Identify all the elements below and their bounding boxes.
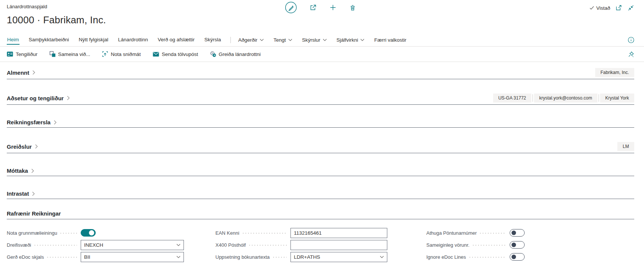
- field-uppsetning-bokunartexta: Uppsetning bókunartexta LDR+ATHS: [215, 251, 387, 263]
- action-tengilidur[interactable]: Tengiliður: [7, 51, 38, 57]
- menu-tengt[interactable]: Tengt: [274, 37, 292, 43]
- field-sameiginleg-vorunr: Sameiginleg vörunr.: [426, 239, 525, 251]
- chevron-right-icon: [53, 120, 57, 125]
- section-reikningsfaersla-title: Reikningsfærsla: [7, 119, 57, 125]
- section-intrastat[interactable]: Intrastat: [7, 190, 634, 199]
- save-status-label: Vistað: [596, 5, 610, 11]
- field-ignore-edoc-lines: Ignore eDoc Lines: [426, 251, 525, 263]
- action-nota-snidmat[interactable]: Nota sniðmát: [102, 51, 141, 57]
- field-ean-kenni: EAN Kenni: [215, 227, 387, 239]
- section-mottaka[interactable]: Móttaka: [7, 167, 634, 176]
- menu-fewer-options[interactable]: Færri valkostir: [374, 37, 406, 43]
- delete-button[interactable]: [349, 4, 356, 11]
- pay-vendor-icon: [210, 51, 216, 57]
- menu-sjalfvirkni[interactable]: Sjálfvirkni: [337, 37, 365, 43]
- pencil-icon: [285, 2, 297, 14]
- field-label: Dreifisvæði: [7, 242, 31, 248]
- info-icon: [628, 37, 634, 43]
- einvoice-column-2: EAN Kenni X400 Pósthólf Uppsetning bókun…: [215, 227, 387, 263]
- share-button[interactable]: [309, 4, 317, 11]
- menu-tab-samthykktarbeidni[interactable]: Samþykktarbeiðni: [29, 34, 69, 46]
- plus-icon: [329, 4, 337, 11]
- collapse-button[interactable]: [627, 5, 634, 11]
- menu-skyrslur[interactable]: Skýrslur: [302, 37, 327, 43]
- menu-tab-lanardrottinn[interactable]: Lánardrottinn: [118, 34, 149, 46]
- uppsetning-bokunartexta-select[interactable]: LDR+ATHS: [290, 252, 387, 262]
- chevron-down-icon: [380, 256, 384, 258]
- section-adsetur-label: Aðsetur og tengiliður: [7, 95, 64, 101]
- action-senda-tolvupost-label: Senda tölvupóst: [162, 51, 198, 57]
- card-content: Almennt Fabrikam, Inc. Aðsetur og tengil…: [0, 68, 644, 263]
- save-status: Vistað: [589, 5, 610, 11]
- menu-tab-heim[interactable]: Heim: [7, 34, 20, 46]
- menu-bar: Heim Samþykktarbeiðni Nýtt fylgiskjal Lá…: [0, 34, 644, 47]
- gerd-edoc-skjals-select[interactable]: BII: [81, 252, 184, 262]
- page-title: 10000 · Fabrikam, Inc.: [7, 14, 634, 26]
- info-button[interactable]: [628, 37, 634, 43]
- section-greidslur-summary: LM: [617, 142, 634, 151]
- toggle-athuga-pontunarnumer[interactable]: [510, 229, 525, 237]
- section-adsetur-og-tengilidur[interactable]: Aðsetur og tengiliður US-GA 31772 krysta…: [7, 94, 634, 105]
- new-button[interactable]: [329, 4, 337, 11]
- dreifisvaedi-select[interactable]: INEXCH: [81, 240, 184, 250]
- merge-icon: [50, 51, 56, 57]
- record-actions: [285, 2, 356, 14]
- apply-template-icon: [102, 51, 108, 57]
- chevron-down-icon: [176, 244, 181, 246]
- chevron-right-icon: [31, 168, 35, 173]
- email-icon: [153, 52, 159, 57]
- menu-sjalfvirkni-label: Sjálfvirkni: [337, 37, 358, 43]
- menu-tengt-label: Tengt: [274, 37, 286, 43]
- chevron-down-icon: [323, 39, 327, 41]
- action-greida-lanardrottni[interactable]: Greiða lánardrottni: [210, 51, 261, 57]
- top-bar: Lánardrottnaspjald: [0, 0, 644, 14]
- action-senda-tolvupost[interactable]: Senda tölvupóst: [153, 51, 198, 57]
- section-adsetur-title: Aðsetur og tengiliður: [7, 95, 70, 101]
- pin-button[interactable]: [628, 51, 634, 57]
- field-label: Ignore eDoc Lines: [426, 254, 466, 260]
- menu-tab-verd-og-afslaettir[interactable]: Verð og afslættir: [157, 34, 195, 46]
- toggle-ignore-edoc-lines[interactable]: [510, 253, 525, 261]
- menu-adgerdir-label: Aðgerðir: [238, 37, 257, 43]
- section-reikningsfaersla[interactable]: Reikningsfærsla: [7, 119, 634, 128]
- dotted-leader: [473, 245, 506, 246]
- section-rafraenir-reikningar[interactable]: Rafrænir Reikningar: [7, 210, 634, 219]
- section-adsetur-summary: US-GA 31772 krystal.york@contoso.com Kry…: [493, 94, 634, 103]
- section-greidslur-label: Greiðslur: [7, 143, 32, 150]
- breadcrumb: Lánardrottnaspjald: [7, 4, 47, 9]
- section-intrastat-title: Intrastat: [7, 190, 35, 197]
- chevron-right-icon: [32, 70, 36, 75]
- summary-chip: US-GA 31772: [493, 94, 531, 103]
- action-sameina-vid[interactable]: Sameina við...: [50, 51, 90, 57]
- menu-tab-skyrsla[interactable]: Skýrsla: [204, 34, 221, 46]
- share-icon: [309, 4, 317, 11]
- toggle-knob: [512, 243, 516, 247]
- dotted-leader: [47, 257, 77, 258]
- menu-adgerdir[interactable]: Aðgerðir: [238, 37, 264, 43]
- chevron-down-icon: [360, 39, 364, 41]
- ean-kenni-input[interactable]: [290, 228, 387, 238]
- section-greidslur[interactable]: Greiðslur LM: [7, 142, 634, 153]
- toggle-knob: [89, 230, 94, 235]
- open-in-window-button[interactable]: [615, 5, 622, 11]
- select-value: LDR+ATHS: [294, 254, 380, 260]
- edit-button[interactable]: [285, 2, 297, 14]
- action-nota-snidmat-label: Nota sniðmát: [111, 51, 141, 57]
- contact-card-icon: [7, 51, 13, 57]
- action-tengilidur-label: Tengiliður: [16, 51, 38, 57]
- menu-tab-nytt-fylgiskjal[interactable]: Nýtt fylgiskjal: [78, 34, 109, 46]
- chevron-down-icon: [260, 39, 264, 41]
- field-label: Nota grunnmælieiningu: [7, 230, 57, 236]
- toggle-sameiginleg-vorunr[interactable]: [510, 241, 525, 249]
- einvoice-fields: Nota grunnmælieiningu Dreifisvæði INEXCH: [7, 227, 634, 263]
- x400-postholf-input[interactable]: [290, 240, 387, 250]
- field-nota-grunnmaelieiningu: Nota grunnmælieiningu: [7, 227, 184, 239]
- section-almennt-title: Almennt: [7, 69, 36, 76]
- collapse-arrows-icon: [627, 5, 634, 11]
- action-sameina-vid-label: Sameina við...: [58, 51, 90, 57]
- field-label: Gerð eDoc skjals: [7, 254, 44, 260]
- section-almennt[interactable]: Almennt Fabrikam, Inc.: [7, 68, 634, 79]
- chip-divider: [533, 94, 533, 102]
- toggle-nota-grunnmaelieiningu[interactable]: [81, 229, 96, 237]
- summary-chip: krystal.york@contoso.com: [534, 94, 597, 103]
